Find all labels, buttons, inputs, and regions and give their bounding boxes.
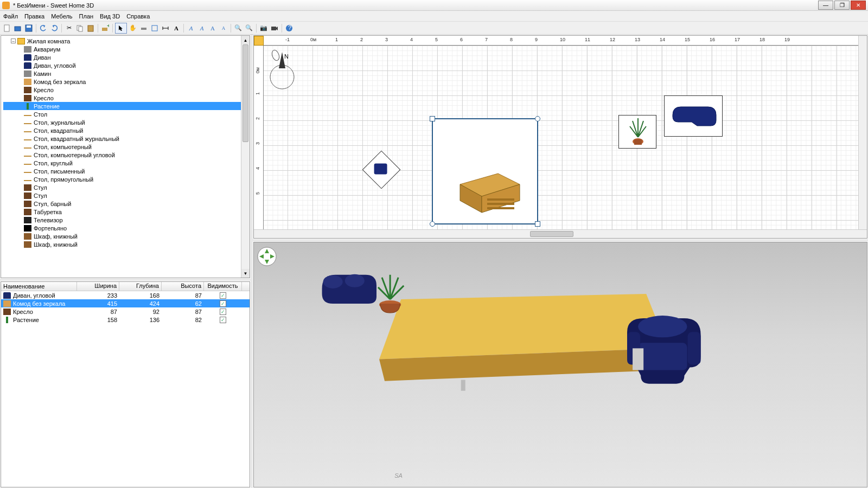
new-file-button[interactable]	[2, 23, 12, 33]
plan-horizontal-scrollbar[interactable]	[254, 229, 867, 238]
tree-item[interactable]: Шкаф, книжный	[3, 240, 247, 248]
tree-item[interactable]: Телевизор	[3, 216, 247, 224]
tree-item[interactable]: Стул, барный	[3, 200, 247, 208]
visibility-checkbox[interactable]: ✓	[220, 300, 226, 307]
save-button[interactable]	[24, 23, 34, 33]
table-row[interactable]: Кресло879287✓	[1, 307, 250, 316]
svg-text:N: N	[284, 53, 289, 60]
tree-item[interactable]: Шкаф, книжный	[3, 232, 247, 240]
plan-2d-view[interactable]: -10м12345678910111213141516171819 0м1234…	[253, 35, 867, 239]
text-bold-button[interactable]: A	[186, 23, 196, 33]
catalog-scrollbar[interactable]: ▲ ▼	[241, 36, 250, 278]
text-size-up-button[interactable]: A	[208, 23, 218, 33]
dimension-tool-button[interactable]	[161, 23, 170, 33]
tree-item-label: Диван	[34, 54, 51, 61]
header-name[interactable]: Наименование	[1, 282, 77, 291]
tree-item[interactable]: Комод без зеркала	[3, 78, 247, 86]
pan-tool-button[interactable]: ✋	[128, 23, 138, 33]
plan-canvas[interactable]: N	[264, 46, 858, 229]
header-width[interactable]: Ширина	[77, 282, 119, 291]
menu-furniture[interactable]: Мебель	[51, 13, 72, 20]
add-furniture-button[interactable]: +	[100, 23, 110, 33]
video-button[interactable]	[270, 23, 279, 33]
table-row[interactable]: Растение15813682✓	[1, 316, 250, 324]
tree-item[interactable]: Стол, квадратный журнальный	[3, 134, 247, 143]
tree-item[interactable]: Стол, письменный	[3, 167, 247, 175]
scroll-down-icon[interactable]: ▼	[241, 269, 250, 278]
tree-item[interactable]: Стул	[3, 191, 247, 200]
tree-item[interactable]: Растение	[3, 102, 247, 110]
tree-item[interactable]: Стол, круглый	[3, 159, 247, 167]
tree-item[interactable]: Фортепьяно	[3, 224, 247, 232]
collapse-icon[interactable]: –	[11, 38, 16, 43]
table-row[interactable]: Диван, угловой23316887✓	[1, 291, 250, 299]
tree-item[interactable]: Стул	[3, 183, 247, 191]
nav-3d-control[interactable]	[257, 247, 277, 266]
text-tool-button[interactable]: A	[171, 23, 181, 33]
tree-item[interactable]: Табуретка	[3, 208, 247, 216]
ruler-tick: 8	[510, 37, 513, 42]
tree-item[interactable]: Камин	[3, 69, 247, 78]
plan-object-corner-sofa[interactable]	[664, 95, 723, 137]
plan-object-dresser[interactable]	[432, 118, 538, 224]
menu-file[interactable]: Файл	[3, 13, 18, 20]
tree-item[interactable]: Диван, угловой	[3, 61, 247, 69]
tree-item[interactable]: Аквариум	[3, 45, 247, 53]
scroll-up-icon[interactable]: ▲	[241, 36, 250, 44]
maximize-button[interactable]: ❐	[834, 1, 850, 10]
help-button[interactable]: ?	[284, 23, 294, 33]
camera-button[interactable]: 📷	[259, 23, 269, 33]
menu-plan[interactable]: План	[79, 13, 94, 20]
rotate-handle-ne[interactable]	[535, 116, 540, 121]
menu-edit[interactable]: Правка	[24, 13, 44, 20]
redo-button[interactable]	[49, 23, 59, 33]
header-depth[interactable]: Глубина	[119, 282, 162, 291]
header-height[interactable]: Высота	[162, 282, 204, 291]
tree-item[interactable]: Стол, квадратный	[3, 126, 247, 134]
zoom-in-button[interactable]: 🔍	[233, 23, 243, 33]
tree-item[interactable]: Кресло	[3, 86, 247, 94]
zoom-out-button[interactable]: 🔍	[244, 23, 254, 33]
table-row[interactable]: Комод без зеркала41542462✓	[1, 299, 250, 307]
paste-button[interactable]	[86, 23, 95, 33]
furniture-catalog-tree[interactable]: – Жилая комната АквариумДиванДиван, угло…	[1, 35, 250, 278]
tree-category[interactable]: – Жилая комната	[3, 37, 247, 45]
cut-button[interactable]: ✂	[64, 23, 74, 33]
tree-item[interactable]: Стол, журнальный	[3, 118, 247, 126]
wall-tool-button[interactable]	[139, 23, 149, 33]
minimize-button[interactable]: —	[818, 1, 833, 10]
header-visible[interactable]: Видимость	[204, 282, 242, 291]
tree-item[interactable]: Диван	[3, 53, 247, 61]
furniture-table[interactable]: Наименование Ширина Глубина Высота Видим…	[1, 281, 250, 487]
open-file-button[interactable]	[13, 23, 23, 33]
view-3d[interactable]: SA	[253, 242, 867, 487]
tree-item[interactable]: Стол, компьютерный угловой	[3, 151, 247, 159]
select-tool-button[interactable]	[116, 23, 126, 33]
scroll-thumb[interactable]	[530, 231, 573, 237]
tree-item[interactable]: Стол	[3, 110, 247, 118]
visibility-checkbox[interactable]: ✓	[220, 292, 226, 299]
tree-item[interactable]: Кресло	[3, 94, 247, 102]
svg-rect-38	[461, 380, 465, 391]
copy-button[interactable]	[75, 23, 85, 33]
resize-handle-se[interactable]	[535, 221, 540, 227]
close-button[interactable]: ✕	[851, 1, 866, 10]
room-tool-button[interactable]	[150, 23, 159, 33]
visibility-checkbox[interactable]: ✓	[220, 317, 226, 323]
undo-button[interactable]	[39, 23, 48, 33]
tree-item[interactable]: Стол, прямоугольный	[3, 175, 247, 183]
resize-handle-nw[interactable]	[430, 116, 435, 121]
tree-item[interactable]: Стол, компьютерный	[3, 143, 247, 151]
horizontal-splitter-right[interactable]	[253, 239, 868, 241]
menu-view3d[interactable]: Вид 3D	[100, 13, 120, 20]
visibility-checkbox[interactable]: ✓	[220, 309, 226, 315]
compass-icon[interactable]: N	[268, 48, 296, 91]
text-italic-button[interactable]: A	[197, 23, 207, 33]
text-size-down-button[interactable]: A	[219, 23, 228, 33]
plan-object-plant[interactable]	[618, 115, 656, 149]
rotate-handle-sw[interactable]	[430, 221, 435, 227]
scroll-thumb[interactable]	[242, 44, 248, 142]
menu-help[interactable]: Справка	[126, 13, 150, 20]
horizontal-splitter[interactable]	[0, 279, 251, 281]
plan-vertical-scrollbar[interactable]	[858, 36, 867, 229]
